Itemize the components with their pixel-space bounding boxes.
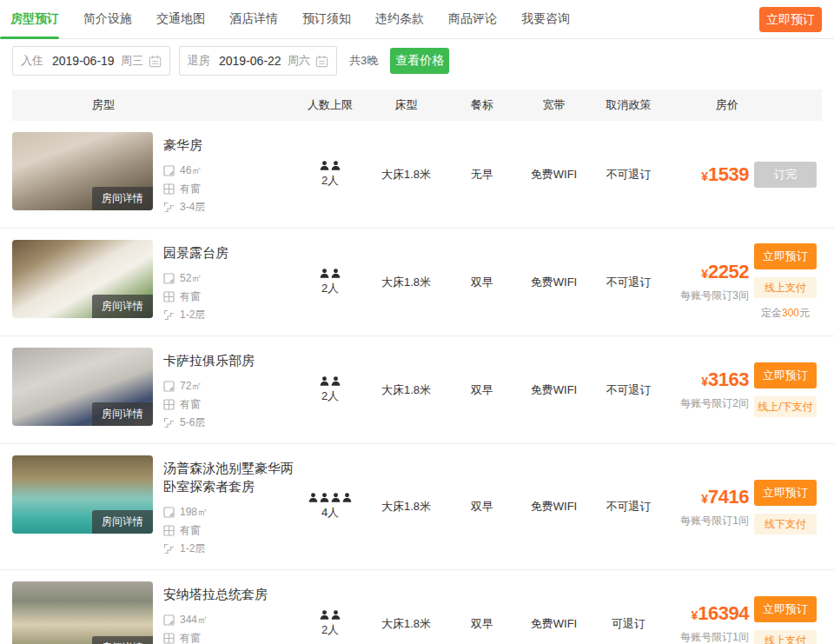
deposit-prefix: 定金: [761, 307, 782, 319]
person-icon: [320, 161, 329, 170]
calendar-icon[interactable]: [315, 55, 328, 68]
tab-room-booking[interactable]: 房型预订: [10, 11, 59, 27]
book-room-button[interactable]: 立即预订: [754, 596, 817, 622]
room-detail-overlay[interactable]: 房间详情: [92, 402, 153, 426]
book-room-button[interactable]: 订完: [754, 162, 817, 188]
price-cell: ¥7416 每账号限订1间: [662, 486, 754, 528]
guest-icons: [300, 269, 361, 278]
action-cell: 订完: [754, 162, 834, 188]
pay-method-tag: 线上支付: [754, 630, 817, 644]
checkin-weekday: 周三: [121, 53, 143, 69]
room-detail-overlay[interactable]: 房间详情: [92, 295, 153, 318]
room-photo[interactable]: 房间详情: [12, 132, 153, 210]
floor-icon: [163, 543, 175, 554]
currency-symbol: ¥: [701, 267, 708, 281]
tab-traffic-map[interactable]: 交通地图: [156, 11, 205, 27]
room-row: 房间详情 园景露台房 52㎡: [0, 229, 834, 336]
tab-list: 房型预订 简介设施 交通地图 酒店详情 预订须知 违约条款 商品评论 我要咨询: [0, 11, 594, 27]
room-floor: 1-2层: [163, 540, 300, 558]
room-attributes: 46㎡ 有窗: [163, 162, 300, 216]
room-area: 46㎡: [163, 162, 300, 180]
guest-icons: [300, 161, 361, 170]
room-photo[interactable]: 房间详情: [12, 581, 153, 644]
room-info: 豪华房 46㎡: [163, 132, 300, 216]
book-now-button[interactable]: 立即预订: [759, 7, 822, 32]
room-cell: 房间详情 豪华房 46㎡: [0, 132, 300, 216]
checkin-date-picker[interactable]: 入住 2019-06-19 周三: [12, 46, 170, 76]
tab-hotel-details[interactable]: 酒店详情: [229, 11, 278, 27]
bed-type-cell: 大床1.8米: [361, 499, 452, 515]
price-cell: ¥1539: [662, 163, 754, 186]
tab-breach-terms[interactable]: 违约条款: [375, 11, 424, 27]
checkout-date-value: 2019-06-22: [219, 54, 288, 68]
currency-symbol: ¥: [701, 492, 708, 506]
currency-symbol: ¥: [701, 169, 708, 183]
guest-count: 2人: [300, 173, 361, 189]
room-name: 安纳塔拉总统套房: [163, 585, 300, 603]
meal-plan-cell: 双早: [452, 616, 513, 632]
meal-plan-cell: 双早: [452, 382, 513, 398]
price-amount: 1539: [708, 163, 749, 185]
header-bed-type: 床型: [361, 97, 452, 113]
pay-method-tag: 线上/下支付: [754, 396, 817, 417]
person-icon: [320, 493, 329, 502]
guest-limit-cell: 2人: [300, 610, 361, 638]
booking-limit-note: 每账号限订1间: [662, 514, 749, 528]
room-detail-overlay[interactable]: 房间详情: [92, 510, 153, 534]
area-icon: [163, 614, 175, 626]
room-detail-overlay[interactable]: 房间详情: [92, 636, 153, 644]
bed-type-cell: 大床1.8米: [361, 382, 452, 398]
check-price-button[interactable]: 查看价格: [390, 48, 449, 74]
person-icon: [331, 269, 341, 278]
deposit-amount: 300: [782, 307, 799, 319]
tab-intro-facilities[interactable]: 简介设施: [83, 11, 132, 27]
person-icon: [320, 376, 329, 386]
header-broadband: 宽带: [513, 97, 595, 113]
guest-count: 2人: [300, 622, 361, 638]
checkout-date-picker[interactable]: 退房 2019-06-22 周六: [179, 46, 337, 76]
room-price: ¥3163: [662, 368, 749, 391]
calendar-icon[interactable]: [149, 55, 162, 68]
room-attributes: 344㎡ 有窗: [163, 611, 300, 644]
room-photo[interactable]: 房间详情: [12, 240, 153, 318]
tab-booking-notice[interactable]: 预订须知: [302, 11, 351, 27]
guest-count: 2人: [300, 281, 361, 296]
room-row: 房间详情 安纳塔拉总统套房 344㎡: [0, 570, 834, 644]
price-amount: 3163: [708, 368, 749, 390]
book-room-button[interactable]: 立即预订: [754, 480, 817, 506]
person-icon: [308, 493, 318, 502]
guest-icons: [300, 493, 361, 502]
room-row: 房间详情 豪华房 46㎡: [0, 121, 834, 229]
person-icon: [331, 161, 341, 170]
cancel-policy-cell: 可退订: [595, 616, 662, 632]
room-cell: 房间详情 汤普森泳池别墅豪华两卧室探索者套房 198㎡: [0, 455, 300, 558]
action-cell: 立即预订 线上/下支付: [754, 362, 834, 417]
room-floor: 5-6层: [163, 414, 300, 432]
header-room-price: 房价: [662, 97, 754, 113]
price-amount: 7416: [708, 486, 749, 508]
room-area: 52㎡: [163, 269, 300, 288]
header-cancel-policy: 取消政策: [595, 97, 662, 113]
room-photo[interactable]: 房间详情: [12, 455, 153, 534]
action-cell: 立即预订 线上支付: [754, 596, 834, 644]
active-tab-underline: [0, 37, 59, 39]
bed-type-cell: 大床1.8米: [361, 616, 452, 632]
bed-type-cell: 大床1.8米: [361, 275, 452, 290]
person-icon: [320, 610, 329, 620]
room-info: 园景露台房 52㎡: [163, 240, 300, 324]
room-detail-overlay[interactable]: 房间详情: [92, 187, 153, 210]
room-floor: 3-4层: [163, 198, 300, 216]
pay-method-tag: 线上支付: [754, 277, 817, 298]
checkout-label: 退房: [188, 53, 210, 69]
book-room-button[interactable]: 立即预订: [754, 362, 817, 388]
room-photo[interactable]: 房间详情: [12, 348, 153, 426]
person-icon: [342, 493, 352, 502]
checkin-label: 入住: [21, 53, 43, 69]
table-header: 房型 人数上限 床型 餐标 宽带 取消政策 房价: [12, 90, 822, 121]
book-room-button[interactable]: 立即预订: [754, 243, 817, 269]
cancel-policy-cell: 不可退订: [595, 382, 662, 398]
tab-product-reviews[interactable]: 商品评论: [448, 11, 497, 27]
cancel-policy-cell: 不可退订: [595, 275, 662, 290]
tab-bar: 房型预订 简介设施 交通地图 酒店详情 预订须知 违约条款 商品评论 我要咨询 …: [0, 0, 834, 39]
tab-consult[interactable]: 我要咨询: [521, 11, 570, 27]
